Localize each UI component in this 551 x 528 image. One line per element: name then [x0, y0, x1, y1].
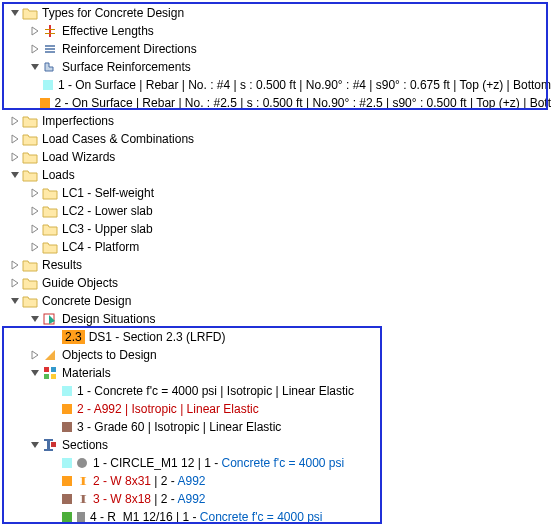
svg-rect-9: [44, 374, 49, 379]
tree-item-imperfections[interactable]: Imperfections: [0, 112, 551, 130]
tree-label: Design Situations: [62, 312, 155, 326]
tree-item-sec4[interactable]: 4 - R_M1 12/16 | 1 - Concrete f'c = 4000…: [0, 508, 551, 526]
tree-item-lc1[interactable]: LC1 - Self-weight: [0, 184, 551, 202]
tree-item-sec2[interactable]: 2 - W 8x31 | 2 - A992: [0, 472, 551, 490]
expander-open-icon[interactable]: [8, 168, 22, 182]
tree-item-mat2[interactable]: 2 - A992 | Isotropic | Linear Elastic: [0, 400, 551, 418]
tree-label: Types for Concrete Design: [42, 6, 184, 20]
materials-icon: [42, 365, 58, 381]
folder-icon: [42, 239, 58, 255]
expander-closed-icon[interactable]: [8, 114, 22, 128]
expander-open-icon[interactable]: [28, 60, 42, 74]
expander-closed-icon[interactable]: [28, 222, 42, 236]
tree-label: Materials: [62, 366, 111, 380]
tree-label: DS1 - Section 2.3 (LRFD): [89, 330, 226, 344]
color-swatch-icon: [62, 494, 72, 504]
expander-closed-icon[interactable]: [28, 42, 42, 56]
expander-open-icon[interactable]: [28, 312, 42, 326]
color-swatch-icon: [43, 80, 53, 90]
expander-closed-icon[interactable]: [28, 204, 42, 218]
tree-item-objects-to-design[interactable]: Objects to Design: [0, 346, 551, 364]
tree-item-mat1[interactable]: 1 - Concrete f'c = 4000 psi | Isotropic …: [0, 382, 551, 400]
tree-item-materials[interactable]: Materials: [0, 364, 551, 382]
tree-item-sec1[interactable]: 1 - CIRCLE_M1 12 | 1 - Concrete f'c = 40…: [0, 454, 551, 472]
ibeam-section-icon: [77, 492, 89, 507]
effective-lengths-icon: [42, 23, 58, 39]
expander-closed-icon[interactable]: [28, 186, 42, 200]
expander-closed-icon[interactable]: [8, 132, 22, 146]
folder-icon: [22, 167, 38, 183]
expander-closed-icon[interactable]: [28, 348, 42, 362]
expander-open-icon[interactable]: [28, 438, 42, 452]
expander-open-icon[interactable]: [8, 6, 22, 20]
tree-item-lc2[interactable]: LC2 - Lower slab: [0, 202, 551, 220]
ds-badge: 2.3: [62, 330, 85, 344]
tree-item-sections[interactable]: Sections: [0, 436, 551, 454]
folder-icon: [22, 275, 38, 291]
tree-label: LC2 - Lower slab: [62, 204, 153, 218]
tree-item-concrete-design[interactable]: Concrete Design: [0, 292, 551, 310]
color-swatch-icon: [62, 476, 72, 486]
tree-item-sec3[interactable]: 3 - W 8x18 | 2 - A992: [0, 490, 551, 508]
tree-item-sr2[interactable]: 2 - On Surface | Rebar | No. : #2.5 | s …: [0, 94, 551, 112]
color-swatch-icon: [62, 512, 72, 522]
tree-label: Sections: [62, 438, 108, 452]
tree-item-types-for-concrete[interactable]: Types for Concrete Design: [0, 4, 551, 22]
expander-closed-icon[interactable]: [8, 276, 22, 290]
tree-item-effective-lengths[interactable]: Effective Lengths: [0, 22, 551, 40]
expander-open-icon[interactable]: [8, 294, 22, 308]
ibeam-section-icon: [77, 474, 89, 489]
tree-label: Results: [42, 258, 82, 272]
folder-icon: [42, 185, 58, 201]
svg-rect-0: [49, 25, 51, 37]
tree-item-results[interactable]: Results: [0, 256, 551, 274]
design-situations-icon: [42, 311, 58, 327]
tree-label: LC3 - Upper slab: [62, 222, 153, 236]
tree-item-load-wizards[interactable]: Load Wizards: [0, 148, 551, 166]
tree-item-load-cases-comb[interactable]: Load Cases & Combinations: [0, 130, 551, 148]
tree-label: Guide Objects: [42, 276, 118, 290]
folder-icon: [42, 221, 58, 237]
color-swatch-icon: [62, 386, 72, 396]
tree-label: Reinforcement Directions: [62, 42, 197, 56]
tree-label: LC1 - Self-weight: [62, 186, 154, 200]
svg-rect-10: [51, 374, 56, 379]
tree-label: Loads: [42, 168, 75, 182]
circle-section-icon: [77, 458, 87, 468]
tree-label: 2 - A992 | Isotropic | Linear Elastic: [77, 402, 259, 416]
tree-label: 2 - W 8x31 | 2 - A992: [93, 474, 206, 488]
folder-icon: [22, 149, 38, 165]
tree-label: LC4 - Platform: [62, 240, 139, 254]
tree-label: Surface Reinforcements: [62, 60, 191, 74]
expander-closed-icon[interactable]: [28, 240, 42, 254]
folder-icon: [22, 131, 38, 147]
tree-item-surface-reinforcements[interactable]: Surface Reinforcements: [0, 58, 551, 76]
tree-item-lc3[interactable]: LC3 - Upper slab: [0, 220, 551, 238]
expander-closed-icon[interactable]: [8, 258, 22, 272]
tree-item-guide-objects[interactable]: Guide Objects: [0, 274, 551, 292]
expander-closed-icon[interactable]: [8, 150, 22, 164]
tree-label: Effective Lengths: [62, 24, 154, 38]
tree-label: 3 - Grade 60 | Isotropic | Linear Elasti…: [77, 420, 281, 434]
tree-label: Imperfections: [42, 114, 114, 128]
tree-item-loads[interactable]: Loads: [0, 166, 551, 184]
rect-section-icon: [77, 512, 85, 522]
tree-label: Concrete Design: [42, 294, 131, 308]
color-swatch-icon: [40, 98, 50, 108]
tree-label: Objects to Design: [62, 348, 157, 362]
tree-label: 1 - Concrete f'c = 4000 psi | Isotropic …: [77, 384, 354, 398]
sections-icon: [42, 437, 58, 453]
tree-label: 1 - On Surface | Rebar | No. : #4 | s : …: [58, 78, 551, 92]
tree-label: 2 - On Surface | Rebar | No. : #2.5 | s …: [55, 96, 551, 110]
tree-label: 1 - CIRCLE_M1 12 | 1 - Concrete f'c = 40…: [93, 456, 344, 470]
tree-label: 3 - W 8x18 | 2 - A992: [93, 492, 206, 506]
tree-label: Load Wizards: [42, 150, 115, 164]
tree-item-ds1[interactable]: 2.3 DS1 - Section 2.3 (LRFD): [0, 328, 551, 346]
tree-item-mat3[interactable]: 3 - Grade 60 | Isotropic | Linear Elasti…: [0, 418, 551, 436]
tree-item-reinforcement-directions[interactable]: Reinforcement Directions: [0, 40, 551, 58]
tree-item-sr1[interactable]: 1 - On Surface | Rebar | No. : #4 | s : …: [0, 76, 551, 94]
expander-closed-icon[interactable]: [28, 24, 42, 38]
tree-item-lc4[interactable]: LC4 - Platform: [0, 238, 551, 256]
expander-open-icon[interactable]: [28, 366, 42, 380]
tree-item-design-situations[interactable]: Design Situations: [0, 310, 551, 328]
